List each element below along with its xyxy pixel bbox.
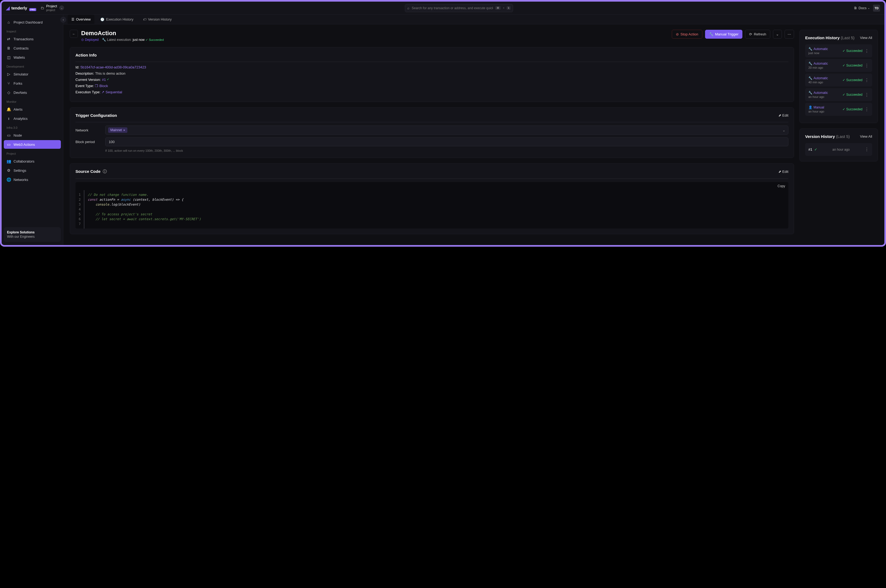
action-description: This is demo action (95, 71, 126, 75)
block-period-input[interactable] (105, 137, 789, 146)
remove-chip-icon[interactable]: ✕ (123, 129, 125, 132)
collapse-sidebar-button[interactable]: ‹ (60, 17, 66, 23)
explore-solutions-card[interactable]: Explore Solutions With our Engineers (4, 227, 61, 242)
check-circle-icon: ✓ (843, 63, 845, 68)
execution-item[interactable]: 🔧 Automatic 20 min ago ✓ Succeeded ⋮ (805, 59, 872, 72)
nav-web3-actions[interactable]: ▭ Web3 Actions (4, 140, 61, 149)
execution-type: Sequential (105, 90, 122, 94)
search-box[interactable]: ⌕ ⌘ + k (405, 4, 513, 12)
nav-alerts[interactable]: 🔔 Alerts (4, 105, 61, 114)
action-id[interactable]: 5b1647cf-acae-400d-ad38-09ca0a723423 (80, 65, 146, 69)
more-icon[interactable]: ⋮ (865, 63, 869, 68)
version-list: #1 ✓ an hour ago ⋮ (805, 143, 872, 156)
refresh-icon: ⟳ (749, 32, 752, 36)
exec-time: an hour ago (808, 110, 825, 113)
nav-collaborators[interactable]: 👥 Collaborators (4, 157, 61, 165)
dots-icon: ⋯ (787, 32, 791, 36)
arrow-icon: ↗ (101, 90, 104, 94)
divider (75, 178, 789, 179)
docs-link[interactable]: 🗎 Docs ⌄ (854, 6, 870, 10)
nav-analytics[interactable]: ⫾ Analytics (4, 114, 61, 123)
more-icon[interactable]: ⋮ (865, 92, 869, 98)
version-history-title: Version History (Last 5) (805, 134, 850, 139)
user-avatar[interactable]: TD (873, 4, 880, 12)
bell-icon: 🔔 (6, 107, 11, 111)
chevron-down-icon[interactable]: ⌄ (59, 5, 64, 10)
tab-version-history[interactable]: 🏷 Version History (139, 15, 175, 24)
info-icon[interactable]: ⓘ (103, 169, 107, 174)
nav-settings[interactable]: ⚙ Settings (4, 166, 61, 175)
wrench-icon: 🔧 (808, 91, 813, 94)
source-code-card: Source Code ⓘ ⬈ Edit Copy (70, 164, 794, 234)
globe-icon: 🌐 (6, 177, 11, 182)
app-name: tenderly (11, 6, 27, 10)
wrench-icon: 🔧 (709, 32, 714, 36)
check-icon: ✓ (814, 147, 817, 152)
edit-trigger-link[interactable]: ⬈ Edit (778, 113, 789, 117)
nav-node[interactable]: ▭ Node (4, 131, 61, 140)
exec-type-label: Automatic (814, 47, 828, 51)
users-icon: 👥 (6, 159, 11, 164)
copy-button[interactable]: Copy (778, 184, 785, 188)
nav-forks[interactable]: ⑂ Forks (4, 79, 61, 88)
stop-action-button[interactable]: ⊘ Stop Action (672, 30, 702, 39)
refresh-button[interactable]: ⟳ Refresh (745, 30, 770, 39)
version-number: #1 (808, 147, 812, 152)
more-icon[interactable]: ⋮ (865, 78, 869, 83)
clock-icon: 🕐 (100, 18, 104, 21)
transactions-icon: ⇄ (6, 37, 11, 41)
execution-item[interactable]: 🔧 Automatic an hour ago ✓ Succeeded ⋮ (805, 88, 872, 101)
more-actions-button[interactable]: ⋯ (785, 30, 794, 39)
back-button[interactable]: ← (70, 30, 78, 38)
node-icon: ▭ (6, 133, 11, 137)
nav-networks[interactable]: 🌐 Networks (4, 175, 61, 184)
fork-icon: ⑂ (6, 81, 11, 86)
exec-status-label: Succeeded (846, 107, 862, 111)
trigger-title: Trigger Configuration (75, 113, 117, 118)
explore-title: Explore Solutions (7, 231, 58, 234)
external-link-icon: ⬈ (778, 113, 781, 117)
nav-contracts[interactable]: 🗎 Contracts (4, 44, 61, 52)
version-item[interactable]: #1 ✓ an hour ago ⋮ (805, 143, 872, 156)
more-icon[interactable]: ⋮ (865, 107, 869, 112)
code-lines[interactable]: // Do not change function name. const ac… (84, 190, 204, 228)
exec-status-label: Succeeded (846, 63, 862, 68)
wrench-icon: 🔧 (808, 76, 813, 80)
kbd-cmd: ⌘ (495, 6, 501, 10)
execution-history-card: Execution History (Last 5) View All 🔧 Au… (799, 30, 878, 123)
event-type: Block (99, 84, 108, 88)
tab-execution-history[interactable]: 🕐 Execution History (97, 15, 137, 24)
view-all-executions[interactable]: View All (860, 36, 872, 40)
more-icon[interactable]: ⋮ (865, 147, 869, 152)
execution-item[interactable]: 👤 Manual an hour ago ✓ Succeeded ⋮ (805, 103, 872, 116)
nav-simulator[interactable]: ▷ Simulator (4, 70, 61, 78)
search-input[interactable] (412, 6, 493, 10)
tab-overview[interactable]: ☰ Overview (67, 15, 94, 24)
execution-item[interactable]: 🔧 Automatic 40 min ago ✓ Succeeded ⋮ (805, 74, 872, 87)
nav-wallets[interactable]: ◫ Wallets (4, 53, 61, 62)
action-title: DemoAction (81, 30, 164, 37)
contracts-icon: 🗎 (6, 46, 11, 50)
exec-type-label: Automatic (814, 91, 828, 94)
home-icon: ⌂ (6, 20, 11, 24)
action-version[interactable]: #1 (102, 78, 106, 82)
network-select[interactable]: Mainnet ✕ ⌄ (105, 126, 789, 135)
view-all-versions[interactable]: View All (860, 134, 872, 138)
wrench-icon: 🔧 (808, 47, 813, 51)
folder-icon: 🗀 (40, 6, 44, 10)
section-inspect: Inspect (4, 27, 61, 34)
exec-time: 20 min ago (808, 66, 828, 69)
app-logo[interactable]: ◢ tenderly PRO (6, 5, 36, 11)
check-circle-icon: ✓ (843, 49, 845, 53)
project-selector[interactable]: 🗀 Project project ⌄ (40, 4, 64, 11)
edit-source-link[interactable]: ⬈ Edit (778, 170, 789, 174)
execution-item[interactable]: 🔧 Automatic just now ✓ Succeeded ⋮ (805, 44, 872, 57)
more-icon[interactable]: ⋮ (865, 48, 869, 54)
manual-trigger-button[interactable]: 🔧 Manual Trigger (705, 30, 743, 39)
refresh-dropdown[interactable]: ⌄ (773, 30, 782, 39)
check-circle-icon: ✓ (843, 78, 845, 82)
nav-transactions[interactable]: ⇄ Transactions (4, 34, 61, 43)
exec-status-label: Succeeded (846, 78, 862, 82)
nav-dashboard[interactable]: ⌂ Project Dashboard (4, 18, 61, 27)
nav-devnets[interactable]: ◇ DevNets (4, 88, 61, 97)
